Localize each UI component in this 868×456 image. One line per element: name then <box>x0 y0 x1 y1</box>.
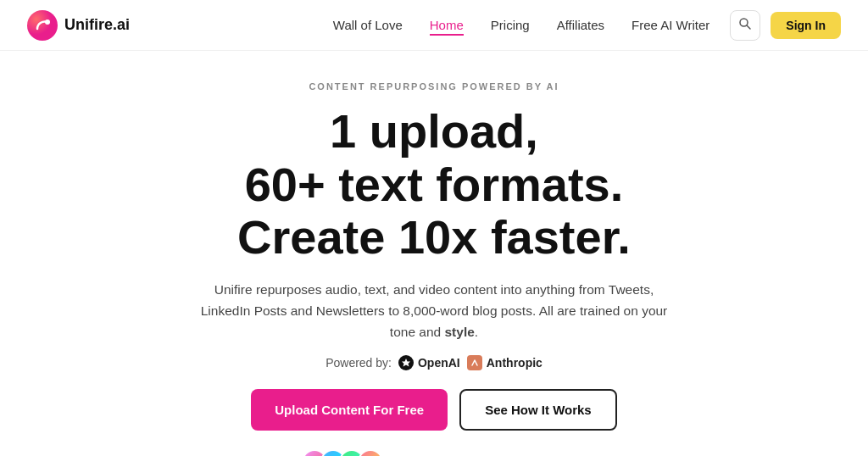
navbar: Unifire.ai Wall of Love Home Pricing Aff… <box>0 0 868 51</box>
avatar <box>358 449 383 456</box>
reviews-row: ★★★★★ 4.9 from 123 reviews <box>302 449 566 456</box>
svg-line-3 <box>747 25 750 29</box>
anthropic-provider: Anthropic <box>467 355 542 370</box>
upload-content-button[interactable]: Upload Content For Free <box>251 389 448 431</box>
openai-icon <box>398 355 414 370</box>
nav-item-aiwriter[interactable]: Free AI Writer <box>632 18 709 33</box>
search-button[interactable] <box>730 10 760 41</box>
avatar-stack <box>302 449 383 456</box>
cta-buttons: Upload Content For Free See How It Works <box>251 389 616 431</box>
hero-heading-line1: 1 upload, <box>330 104 538 158</box>
signin-button[interactable]: Sign In <box>771 12 841 39</box>
logo-icon <box>27 10 58 41</box>
logo-text: Unifire.ai <box>64 16 130 34</box>
see-how-works-button[interactable]: See How It Works <box>459 389 617 431</box>
svg-point-0 <box>27 10 58 41</box>
nav-actions: Sign In <box>730 10 841 41</box>
hero-subtext: Unifire repurposes audio, text, and vide… <box>197 280 671 342</box>
search-icon <box>738 17 752 34</box>
hero-section: CONTENT REPURPOSING POWERED BY AI 1 uplo… <box>0 51 868 456</box>
hero-subtext-bold: style <box>445 325 475 339</box>
nav-links: Wall of Love Home Pricing Affiliates Fre… <box>333 18 710 33</box>
hero-heading: 1 upload, 60+ text formats. Create 10x f… <box>237 105 631 264</box>
powered-label: Powered by: <box>326 356 392 370</box>
nav-item-walloflove[interactable]: Wall of Love <box>333 18 403 33</box>
powered-by: Powered by: OpenAI Anthropic <box>326 355 542 370</box>
nav-item-affiliates[interactable]: Affiliates <box>557 18 604 33</box>
svg-point-1 <box>45 19 50 25</box>
logo-link[interactable]: Unifire.ai <box>27 10 130 41</box>
anthropic-icon <box>467 355 482 370</box>
nav-item-pricing[interactable]: Pricing <box>491 18 530 33</box>
hero-heading-line3: Create 10x faster. <box>237 210 631 264</box>
openai-provider: OpenAI <box>398 355 460 370</box>
nav-item-home[interactable]: Home <box>430 18 464 33</box>
hero-tag: CONTENT REPURPOSING POWERED BY AI <box>309 81 559 92</box>
hero-heading-line2: 60+ text formats. <box>245 158 624 211</box>
